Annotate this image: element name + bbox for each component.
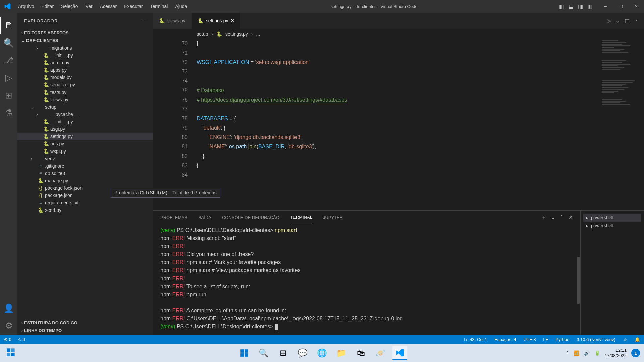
- panel-tab-saída[interactable]: SAÍDA: [198, 212, 211, 223]
- breadcrumb-segment[interactable]: setup: [197, 31, 208, 37]
- source-control-icon[interactable]: ⎇: [0, 52, 17, 69]
- tree-item-__pycache__[interactable]: ›__pycache__: [17, 111, 153, 118]
- testing-icon[interactable]: ⚗: [0, 104, 17, 121]
- store-app-icon[interactable]: 🛍: [354, 346, 368, 360]
- tree-item-views-py[interactable]: 🐍views.py: [17, 96, 153, 103]
- search-button[interactable]: 🔍: [256, 346, 271, 360]
- menu-editar[interactable]: Editar: [38, 1, 57, 12]
- battery-icon[interactable]: 🔋: [594, 350, 600, 356]
- section-outline[interactable]: › ESTRUTURA DO CÓDIGO: [17, 319, 153, 327]
- menu-acessar[interactable]: Acessar: [97, 1, 120, 12]
- status-notifications-icon[interactable]: 🔔: [635, 337, 640, 342]
- chat-app-icon[interactable]: 💬: [295, 346, 310, 360]
- panel-tab-problemas[interactable]: PROBLEMAS: [160, 212, 187, 223]
- section-open-editors[interactable]: › EDITORES ABERTOS: [17, 29, 153, 37]
- tree-item-setup[interactable]: ⌄setup: [17, 103, 153, 111]
- run-debug-icon[interactable]: ▷: [0, 69, 17, 86]
- taskview-button[interactable]: ⊞: [276, 346, 290, 360]
- widgets-button[interactable]: [6, 348, 15, 358]
- tree-item-__init__-py[interactable]: 🐍__init__.py: [17, 118, 153, 125]
- start-button[interactable]: [237, 346, 252, 360]
- status-feedback-icon[interactable]: ☺: [623, 337, 627, 342]
- run-dropdown-icon[interactable]: ⌄: [615, 18, 620, 24]
- accounts-icon[interactable]: 👤: [0, 300, 17, 317]
- code-line[interactable]: }: [197, 161, 600, 170]
- code-line[interactable]: [197, 170, 600, 180]
- tab-settings-py[interactable]: 🐍settings.py×: [192, 13, 240, 29]
- tree-item-__init__-py[interactable]: 🐍__init__.py: [17, 52, 153, 59]
- tree-item-tests-py[interactable]: 🐍tests.py: [17, 88, 153, 96]
- section-project[interactable]: ⌄ DRF-CLIENTES: [17, 37, 153, 44]
- volume-icon[interactable]: 🔊: [584, 350, 590, 356]
- tree-item-venv[interactable]: ›venv: [17, 155, 153, 162]
- layout-panel-icon[interactable]: ⬓: [567, 3, 575, 10]
- code-line[interactable]: 'NAME': os.path.join(BASE_DIR, 'db.sqlit…: [197, 142, 600, 152]
- jupyter-app-icon[interactable]: 🪐: [373, 346, 388, 360]
- chrome-app-icon[interactable]: 🌐: [315, 346, 329, 360]
- status-errors[interactable]: ⊗ 0: [4, 337, 11, 342]
- status-spaces[interactable]: Espaços: 4: [494, 337, 516, 342]
- tree-item-db-sqlite3[interactable]: ≡db.sqlite3: [17, 170, 153, 177]
- close-panel-icon[interactable]: ✕: [569, 211, 573, 224]
- code-line[interactable]: # Database: [197, 86, 600, 95]
- menu-ajuda[interactable]: Ajuda: [172, 1, 191, 12]
- layout-primary-icon[interactable]: ◧: [557, 3, 566, 10]
- code-line[interactable]: DATABASES = {: [197, 114, 600, 123]
- status-encoding[interactable]: UTF-8: [524, 337, 536, 342]
- section-timeline[interactable]: › LINHA DO TEMPO: [17, 327, 153, 335]
- new-terminal-icon[interactable]: +: [542, 211, 545, 224]
- menu-executar[interactable]: Executar: [121, 1, 146, 12]
- split-editor-icon[interactable]: ◫: [625, 18, 630, 24]
- tree-item-seed-py[interactable]: 🐍seed.py: [17, 206, 153, 214]
- code-editor[interactable]: 707172737475767778798081828384 ] WSGI_AP…: [153, 39, 644, 210]
- close-tab-icon[interactable]: ×: [231, 18, 234, 24]
- more-actions-icon[interactable]: ···: [634, 18, 639, 24]
- tab-views-py[interactable]: 🐍views.py: [153, 13, 192, 29]
- close-button[interactable]: ✕: [629, 0, 644, 13]
- explorer-app-icon[interactable]: 📁: [334, 346, 349, 360]
- status-eol[interactable]: LF: [543, 337, 548, 342]
- tree-item-urls-py[interactable]: 🐍urls.py: [17, 140, 153, 147]
- menu-seleção[interactable]: Seleção: [58, 1, 82, 12]
- maximize-button[interactable]: ▢: [613, 0, 629, 13]
- breadcrumb-segment[interactable]: ...: [256, 31, 260, 37]
- menu-terminal[interactable]: Terminal: [147, 1, 171, 12]
- tree-item--gitignore[interactable]: ≡.gitignore: [17, 162, 153, 170]
- panel-tab-jupyter[interactable]: JUPYTER: [323, 212, 343, 223]
- explorer-icon[interactable]: 🗎: [0, 17, 17, 34]
- tree-item-wsgi-py[interactable]: 🐍wsgi.py: [17, 147, 153, 155]
- sidebar-more-icon[interactable]: ···: [139, 17, 146, 24]
- tree-item-admin-py[interactable]: 🐍admin.py: [17, 59, 153, 66]
- code-line[interactable]: WSGI_APPLICATION = 'setup.wsgi.applicati…: [197, 58, 600, 67]
- tree-item-serializer-py[interactable]: 🐍serializer.py: [17, 81, 153, 88]
- status-interpreter[interactable]: 3.10.6 ('venv': venv): [577, 337, 615, 342]
- maximize-panel-icon[interactable]: ˄: [560, 211, 563, 224]
- vscode-app-icon[interactable]: [392, 346, 407, 360]
- code-line[interactable]: 'default': {: [197, 123, 600, 133]
- tree-item-settings-py[interactable]: 🐍settings.py: [17, 133, 153, 140]
- code-line[interactable]: ]: [197, 39, 600, 48]
- tray-expand-icon[interactable]: ˄: [567, 350, 569, 356]
- panel-tab-terminal[interactable]: TERMINAL: [290, 211, 312, 223]
- clock[interactable]: 12:11 17/08/2022: [605, 348, 627, 358]
- tree-item-models-py[interactable]: 🐍models.py: [17, 74, 153, 81]
- code-line[interactable]: [197, 67, 600, 76]
- minimap[interactable]: [600, 39, 644, 210]
- notification-badge[interactable]: 1: [631, 349, 640, 357]
- code-line[interactable]: [197, 76, 600, 86]
- layout-customize-icon[interactable]: ▥: [586, 3, 594, 10]
- tree-item-requirements-txt[interactable]: ≡requirements.txt: [17, 199, 153, 206]
- status-warnings[interactable]: ⚠ 0: [17, 337, 25, 342]
- extensions-icon[interactable]: ⊞: [0, 86, 17, 104]
- terminal-dropdown-icon[interactable]: ⌄: [551, 211, 555, 224]
- status-language[interactable]: Python: [556, 337, 569, 342]
- tree-item-manage-py[interactable]: 🐍manage.py: [17, 177, 153, 184]
- code-line[interactable]: 'ENGINE': 'django.db.backends.sqlite3',: [197, 133, 600, 142]
- terminal-instance[interactable]: ▸powershell: [583, 222, 641, 230]
- settings-gear-icon[interactable]: ⚙: [0, 317, 17, 335]
- terminal-instance[interactable]: ▸powershell: [583, 214, 641, 222]
- panel-tab-console-de-depuração[interactable]: CONSOLE DE DEPURAÇÃO: [222, 212, 279, 223]
- status-cursor-position[interactable]: Ln 43, Col 1: [464, 337, 487, 342]
- terminal[interactable]: (venv) PS C:\Users\DELL\Desktop\drf-clie…: [153, 224, 580, 335]
- tree-item-asgi-py[interactable]: 🐍asgi.py: [17, 125, 153, 133]
